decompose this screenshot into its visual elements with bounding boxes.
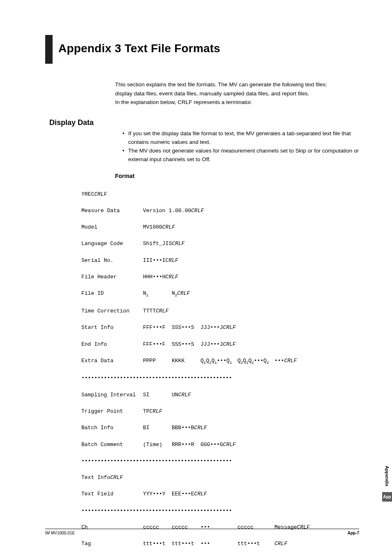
crlf: CRLF	[191, 208, 204, 214]
fmt-row: Trigger PointTPCRLF	[81, 407, 359, 416]
fmt-row: Extra DataPPPPKKKKQ1Q1Q1•••Q1Q2Q2Q2•••Q2…	[81, 357, 359, 366]
heading-text: Appendix 3 Text File Formats	[58, 41, 220, 64]
intro-line: In the explanation below, CRLF represent…	[115, 98, 359, 107]
fmt-row: Text InfoCRLF	[81, 474, 359, 482]
fmt-row: Measure DataVersion 1.00.00CRLF	[81, 207, 359, 215]
section-heading: Display Data	[49, 118, 359, 127]
crlf: CRLF	[194, 425, 207, 431]
crlf: CRLF	[223, 442, 236, 448]
fmt-row: Time CorrectionTTTTCRLF	[81, 307, 359, 315]
fmt-row: Tagttt•••tttt•••t•••ttt•••tCRLF	[81, 540, 359, 548]
fmt-row: File HeaderHHH•••HCRLF	[81, 273, 359, 281]
crlf: CRLF	[274, 541, 287, 547]
crlf: CRLF	[194, 491, 207, 497]
fmt-row: Batch InfoBIBBB•••BCRLF	[81, 424, 359, 432]
footer-left: IM MV1000-01E	[45, 531, 75, 535]
fmt-row: End InfoFFF•••FSSS•••SJJJ•••JCRLF	[81, 340, 359, 349]
crlf: CRLF	[172, 240, 184, 247]
fmt-row: Sampling IntervalSIUNCRLF	[81, 391, 359, 399]
fmt-row: ModelMV1000CRLF	[81, 223, 359, 231]
intro-line: display data files, event data files, ma…	[115, 89, 359, 98]
crlf: CRLF	[156, 308, 168, 314]
bullet-text: The MV does not generate values for meas…	[128, 147, 359, 164]
bullet-dot: •	[122, 130, 128, 147]
bullet-text: If you set the display data file format …	[128, 130, 359, 147]
fmt-row: Start InfoFFF•••FSSS•••SJJJ•••JCRLF	[81, 324, 359, 332]
bullet-item: • The MV does not generate values for me…	[122, 147, 359, 164]
crlf: CRLF	[223, 341, 236, 347]
fmt-row: YRECCRLF	[81, 190, 359, 199]
fmt-row: Batch Comment(Time)RRR•••RGGG•••GCRLF	[81, 441, 359, 449]
fmt-row: File IDN1N2CRLF	[81, 289, 359, 299]
side-label: Appendix	[385, 463, 390, 490]
page-footer: IM MV1000-01E App-7	[45, 529, 359, 535]
crlf: CRLF	[178, 392, 191, 398]
crlf: CRLF	[150, 408, 162, 414]
bullet-list: • If you set the display data file forma…	[122, 130, 359, 164]
crlf: CRLF	[177, 290, 190, 296]
format-block: YRECCRLF Measure DataVersion 1.00.00CRLF…	[81, 182, 359, 555]
subsection-heading: Format	[115, 173, 359, 179]
bullet-item: • If you set the display data file forma…	[122, 130, 359, 147]
fmt-row: Serial No.III•••ICRLF	[81, 257, 359, 265]
crlf: CRLF	[166, 257, 178, 264]
fmt-sep: ••••••••••••••••••••••••••••••••••••••••…	[81, 507, 359, 515]
heading-bar	[45, 35, 53, 64]
intro-paragraph: This section explains the text file form…	[115, 80, 359, 107]
footer-right: App-7	[348, 531, 359, 535]
crlf: CRLF	[284, 358, 297, 364]
page-heading: Appendix 3 Text File Formats	[45, 41, 359, 64]
side-tab: Appendix App	[382, 463, 392, 502]
crlf: CRLF	[94, 191, 107, 197]
bullet-dot: •	[122, 147, 128, 164]
fmt-row: Language CodeShift_JISCRLF	[81, 240, 359, 248]
subscript: 1	[146, 294, 148, 298]
crlf: CRLF	[223, 324, 236, 331]
side-box: App	[382, 492, 392, 502]
crlf: CRLF	[162, 224, 175, 230]
crlf: CRLF	[166, 274, 178, 280]
fmt-sep: ••••••••••••••••••••••••••••••••••••••••…	[81, 457, 359, 465]
fmt-sep: ••••••••••••••••••••••••••••••••••••••••…	[81, 374, 359, 382]
fmt-row: Text FieldYYY•••YEEE•••ECRLF	[81, 490, 359, 498]
crlf: CRLF	[110, 474, 123, 481]
intro-line: This section explains the text file form…	[115, 80, 359, 89]
